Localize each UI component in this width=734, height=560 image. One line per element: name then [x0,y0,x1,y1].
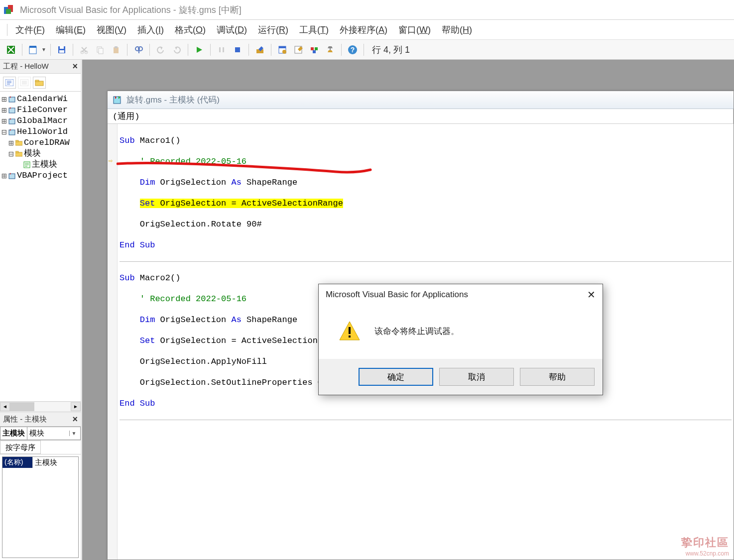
confirm-dialog: Microsoft Visual Basic for Applications … [318,284,603,395]
properties-tab-alphabetic[interactable]: 按字母序 [0,441,41,454]
properties-button[interactable] [291,43,305,57]
tree-item-fileconverter[interactable]: ⊞FileConver [1,105,80,115]
insert-module-button[interactable] [26,43,40,57]
find-button[interactable] [131,43,145,57]
cut-button[interactable] [77,43,91,57]
menu-tools[interactable]: 工具(T) [294,21,334,39]
project-panel-title: 工程 - HelloW [3,62,49,71]
properties-object-selector[interactable]: 主模块 模块▼ [0,427,81,441]
toggle-folders-button[interactable] [33,77,46,89]
properties-panel-title: 属性 - 主模块 [3,415,47,424]
menu-edit[interactable]: 编辑(E) [51,21,91,39]
svg-rect-52 [9,174,15,179]
window-titlebar: Microsoft Visual Basic for Applications … [0,0,734,20]
svg-rect-40 [9,97,15,102]
design-mode-button[interactable] [253,43,267,57]
scroll-left-icon[interactable]: ◄ [0,402,10,411]
dialog-ok-button[interactable]: 确定 [359,368,433,386]
chevron-down-icon[interactable]: ▼ [69,431,78,436]
menu-format[interactable]: 格式(O) [170,21,211,39]
svg-rect-19 [223,47,224,52]
code-window-titlebar[interactable]: 旋转.gms - 主模块 (代码) [108,91,734,109]
svg-rect-54 [349,327,351,334]
current-line-marker-icon: ⇨ [109,156,113,166]
svg-rect-18 [219,47,221,52]
svg-rect-26 [311,47,314,50]
watermark: 挚印社區 www.52cnp.com [681,535,729,557]
properties-panel-header: 属性 - 主模块 × [0,413,81,427]
svg-rect-47 [15,151,18,153]
project-panel-close[interactable]: × [72,61,78,72]
svg-rect-14 [115,46,118,48]
project-toolbar [0,74,81,92]
scroll-right-icon[interactable]: ► [71,402,81,411]
svg-rect-23 [279,46,286,48]
menu-addins[interactable]: 外接程序(A) [335,21,392,39]
toolbox-button[interactable] [323,43,337,57]
dialog-cancel-button[interactable]: 取消 [439,368,514,386]
svg-rect-12 [99,48,103,54]
properties-object-type: 模块 [29,429,44,438]
dialog-close-button[interactable]: ✕ [587,289,596,301]
dropdown-icon[interactable]: ▼ [41,47,46,52]
pause-button[interactable] [215,43,229,57]
project-hscrollbar[interactable]: ◄ ► [0,401,81,411]
project-tree[interactable]: ⊞CalendarWi ⊞FileConver ⊞GlobalMacr ⊟Hel… [0,92,81,401]
object-browser-button[interactable] [307,43,321,57]
svg-rect-42 [9,119,15,124]
code-window-title: 旋转.gms - 主模块 (代码) [126,94,220,106]
tree-item-main-module[interactable]: 主模块 [1,159,80,170]
menu-view[interactable]: 视图(V) [92,21,131,39]
project-panel-header: 工程 - HelloW × [0,60,81,74]
menu-debug[interactable]: 调试(D) [212,21,252,39]
stop-button[interactable] [231,43,245,57]
svg-point-24 [282,50,286,54]
properties-grid[interactable]: (名称) 主模块 [2,456,79,558]
view-coreldraw-button[interactable] [4,43,18,57]
tree-item-calendarwizard[interactable]: ⊞CalendarWi [1,94,80,105]
module-icon [113,96,122,105]
menu-insert[interactable]: 插入(I) [132,21,169,39]
svg-rect-27 [315,47,318,50]
object-dropdown[interactable]: (通用) [108,109,734,123]
tree-item-modules-folder[interactable]: ⊟模块 [1,148,80,159]
svg-rect-45 [15,140,18,142]
menu-run[interactable]: 运行(R) [253,21,293,39]
undo-button[interactable] [154,43,168,57]
redo-button[interactable] [170,43,184,57]
properties-panel-close[interactable]: × [72,414,78,425]
view-code-button[interactable] [3,77,16,89]
svg-rect-41 [9,108,15,113]
property-key-name: (名称) [2,457,32,468]
properties-object-name: 主模块 [0,427,27,440]
run-button[interactable] [192,43,206,57]
dialog-message: 该命令将终止调试器。 [374,326,459,337]
save-button[interactable] [55,43,69,57]
view-object-button[interactable] [18,77,31,89]
tree-item-coreldraw-folder[interactable]: ⊞CorelDRAW [1,137,80,148]
svg-rect-28 [313,50,316,53]
cursor-position-status: 行 4, 列 1 [372,44,410,56]
tree-item-helloworld[interactable]: ⊟HelloWorld [1,126,80,137]
app-icon [3,4,15,16]
svg-rect-55 [349,336,351,337]
tree-item-globalmacros[interactable]: ⊞GlobalMacr [1,115,80,126]
property-val-name[interactable]: 主模块 [32,457,78,468]
tree-item-vbaproject[interactable]: ⊞VBAProject [1,170,80,181]
warning-icon [339,320,361,342]
copy-button[interactable] [93,43,107,57]
help-button[interactable]: ? [346,43,360,57]
dialog-titlebar[interactable]: Microsoft Visual Basic for Applications … [319,284,603,305]
svg-rect-39 [35,80,39,82]
svg-rect-4 [29,47,36,54]
project-explorer-button[interactable] [275,43,289,57]
paste-button[interactable] [109,43,123,57]
menu-file[interactable]: 文件(F) [10,21,50,39]
dialog-title-text: Microsoft Visual Basic for Applications [326,290,468,300]
toolbar: ▼ ? 行 4, 列 1 [0,40,734,60]
menu-help[interactable]: 帮助(H) [437,21,477,39]
dialog-help-button[interactable]: 帮助 [520,368,595,386]
menu-window[interactable]: 窗口(W) [393,21,436,39]
window-title: Microsoft Visual Basic for Applications … [20,4,242,16]
svg-rect-2 [6,9,11,14]
